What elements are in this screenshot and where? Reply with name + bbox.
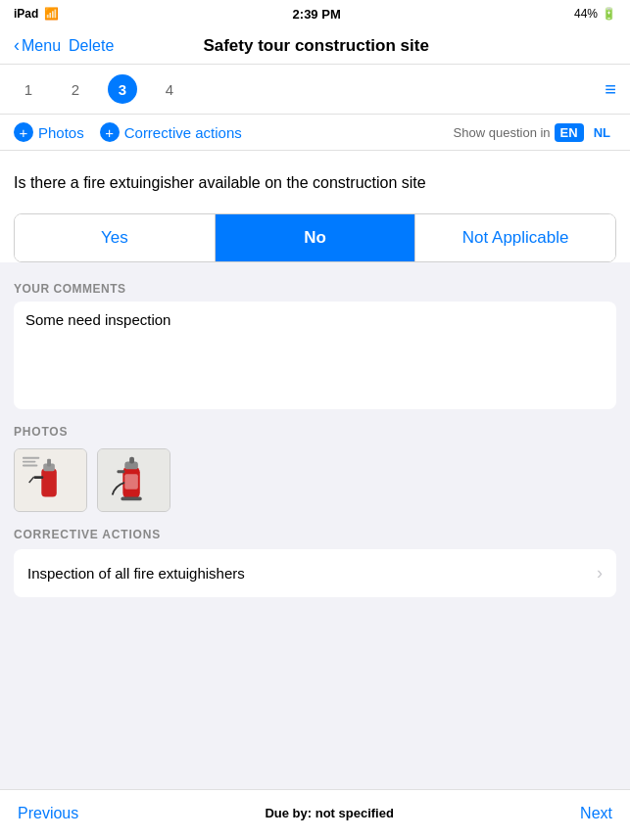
steps-list: 1 2 3 4 (14, 74, 184, 104)
yes-button[interactable]: Yes (15, 214, 216, 261)
svg-rect-3 (47, 459, 51, 467)
action-bar: + Photos + Corrective actions Show quest… (0, 115, 630, 151)
back-button[interactable]: ‹ Menu (14, 35, 61, 56)
corrective-action-item[interactable]: Inspection of all fire extuighishers › (14, 549, 616, 597)
svg-rect-4 (34, 476, 44, 479)
question-section: Is there a fire extuingisher available o… (0, 151, 630, 409)
comments-section: YOUR COMMENTS Some need inspection (0, 262, 630, 409)
photo-thumb-1[interactable] (14, 448, 87, 512)
svg-rect-12 (129, 457, 134, 464)
photos-grid (14, 448, 616, 528)
due-value: not specified (315, 806, 394, 820)
photos-button[interactable]: + Photos (14, 122, 84, 142)
corrective-plus-icon: + (100, 122, 120, 142)
lang-en-button[interactable]: EN (555, 123, 584, 142)
bottom-bar: Previous Due by: not specified Next (0, 789, 630, 840)
wifi-icon: 📶 (44, 7, 59, 21)
list-icon[interactable]: ≡ (605, 78, 616, 101)
chevron-right-icon: › (597, 563, 603, 583)
page-title: Safety tour construction site (203, 36, 428, 56)
status-left: iPad 📶 (14, 7, 59, 21)
steps-bar: 1 2 3 4 ≡ (0, 65, 630, 115)
status-bar: iPad 📶 2:39 PM 44% 🔋 (0, 0, 630, 27)
corrective-actions-section: CORRECTIVE ACTIONS Inspection of all fir… (0, 528, 630, 607)
show-question-label: Show question in (454, 125, 551, 140)
question-text: Is there a fire extuingisher available o… (14, 164, 616, 202)
nav-left: ‹ Menu Delete (14, 35, 114, 56)
step-3-active[interactable]: 3 (108, 74, 137, 104)
comments-label: YOUR COMMENTS (14, 272, 616, 302)
action-left: + Photos + Corrective actions (14, 122, 242, 142)
svg-rect-13 (118, 470, 125, 473)
nav-bar: ‹ Menu Delete Safety tour construction s… (0, 27, 630, 65)
photo-thumb-2[interactable] (97, 448, 170, 512)
svg-rect-6 (23, 457, 39, 459)
language-switch: Show question in EN NL (454, 123, 616, 142)
corrective-action-text: Inspection of all fire extuighishers (27, 565, 245, 582)
step-2[interactable]: 2 (61, 74, 90, 104)
svg-rect-7 (23, 461, 36, 463)
corrective-actions-section-label: CORRECTIVE ACTIONS (14, 528, 616, 549)
corrective-actions-label: Corrective actions (124, 124, 242, 141)
svg-rect-8 (23, 465, 38, 467)
battery-icon: 🔋 (602, 7, 616, 21)
photos-section: PHOTOS (0, 409, 630, 528)
status-right: 44% 🔋 (574, 7, 616, 21)
step-1[interactable]: 1 (14, 74, 43, 104)
step-4[interactable]: 4 (155, 74, 184, 104)
photos-section-label: PHOTOS (14, 425, 616, 448)
comments-input[interactable]: Some need inspection (14, 302, 616, 409)
answer-buttons: Yes No Not Applicable (14, 213, 616, 262)
photos-plus-icon: + (14, 122, 33, 142)
status-time: 2:39 PM (293, 7, 341, 22)
lang-nl-button[interactable]: NL (588, 123, 616, 142)
svg-rect-1 (41, 468, 57, 496)
question-area: Is there a fire extuingisher available o… (0, 151, 630, 262)
next-button[interactable]: Next (580, 805, 612, 822)
corrective-actions-button[interactable]: + Corrective actions (100, 122, 242, 142)
delete-button[interactable]: Delete (69, 37, 114, 55)
photos-label: Photos (38, 124, 84, 141)
back-chevron-icon: ‹ (14, 35, 20, 56)
svg-rect-15 (121, 496, 141, 500)
no-button[interactable]: No (216, 214, 416, 261)
battery-label: 44% (574, 7, 598, 21)
menu-label[interactable]: Menu (22, 37, 61, 55)
svg-rect-14 (124, 474, 138, 490)
due-by-label: Due by: not specified (265, 806, 393, 820)
device-label: iPad (14, 7, 38, 21)
previous-button[interactable]: Previous (18, 805, 78, 822)
not-applicable-button[interactable]: Not Applicable (415, 214, 615, 261)
